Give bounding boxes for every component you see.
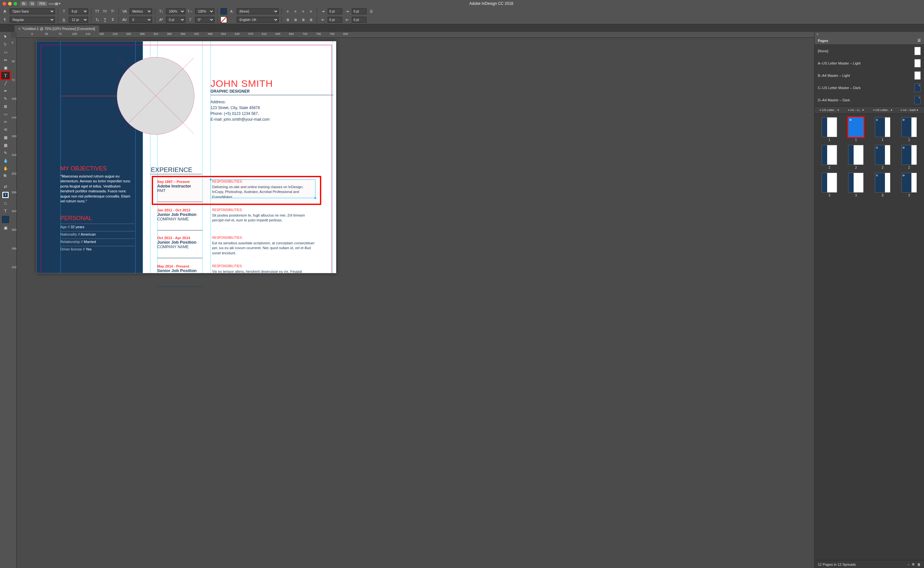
close-tab-icon[interactable]: × bbox=[18, 27, 20, 31]
indent-right[interactable] bbox=[328, 17, 342, 23]
page-variant-tabs[interactable]: ≡ US Letter... ▾≡ A4 – Li... ▾≡ US Lette… bbox=[815, 106, 924, 114]
free-transform-tool[interactable]: ⟲ bbox=[1, 126, 10, 133]
document-page[interactable]: JOHN SMITH GRAPHIC DESIGNER Address: 123… bbox=[36, 41, 336, 273]
text-stroke[interactable] bbox=[221, 17, 227, 23]
leading[interactable]: 12 pt bbox=[69, 17, 88, 23]
new-page-icon[interactable]: ⊕ bbox=[912, 562, 915, 566]
arrange-icon[interactable]: ▭ bbox=[48, 2, 51, 6]
rectangle-frame-tool[interactable]: ⊠ bbox=[1, 103, 10, 110]
rectangle-tool[interactable]: ▭ bbox=[1, 111, 10, 118]
type-tool[interactable]: T bbox=[1, 72, 10, 79]
panel-menu-icon[interactable]: ☰ bbox=[918, 38, 921, 42]
master-page-row[interactable]: B–A4 Master – Light bbox=[815, 69, 924, 82]
variant-tab[interactable]: ≡ A4 – Dark ▾ bbox=[897, 109, 922, 112]
kerning[interactable]: Metrics bbox=[130, 8, 152, 14]
indent-first[interactable] bbox=[352, 8, 366, 14]
hand-tool[interactable]: ✋ bbox=[1, 165, 10, 172]
justify-all-left-icon[interactable]: ≣ bbox=[285, 17, 290, 23]
smallcaps-icon[interactable]: Tᴛ bbox=[102, 8, 108, 14]
experience-item[interactable]: May 2014 - PresentSenior Job PositionRES… bbox=[157, 264, 335, 273]
zoom-tool[interactable]: 🔍 bbox=[1, 173, 10, 180]
document-tab[interactable]: × *Untitled-1 @ 75% [GPU Preview] [Conve… bbox=[15, 26, 99, 32]
text-fill[interactable] bbox=[221, 8, 227, 15]
font-size[interactable]: 8 pt bbox=[69, 8, 88, 14]
pen-tool[interactable]: ✒ bbox=[1, 88, 10, 95]
content-collector-tool[interactable]: ▣ bbox=[1, 64, 10, 71]
hscale[interactable]: 100% bbox=[195, 8, 215, 14]
baseline[interactable]: 0 pt bbox=[166, 17, 185, 23]
justify-all-icon[interactable]: ≣ bbox=[308, 17, 314, 23]
page-thumbnail[interactable]: A2 bbox=[818, 145, 841, 169]
page-thumbnail[interactable]: B1 bbox=[844, 117, 868, 142]
skew[interactable]: 0° bbox=[195, 17, 215, 23]
indent-last[interactable] bbox=[352, 17, 366, 23]
page-thumbnail[interactable]: D1 bbox=[898, 117, 921, 142]
justify-icon[interactable]: ≡ bbox=[308, 8, 314, 14]
page-thumbnail[interactable]: C3 bbox=[871, 173, 894, 197]
justify-all-center-icon[interactable]: ≣ bbox=[292, 17, 298, 23]
view-options-icon[interactable]: ▦ bbox=[55, 2, 58, 6]
allcaps-icon[interactable]: TT bbox=[94, 8, 100, 14]
page-tool[interactable]: ▭ bbox=[1, 49, 10, 56]
page-thumbnail[interactable]: C2 bbox=[871, 145, 894, 169]
minimize-window[interactable] bbox=[8, 2, 12, 6]
view-mode[interactable]: ▣ bbox=[1, 224, 10, 231]
vertical-ruler[interactable]: 03672108144180216252288324360396432 bbox=[11, 38, 17, 568]
master-page-row[interactable]: D–A4 Master – Dark bbox=[815, 94, 924, 106]
apply-color[interactable]: □ bbox=[1, 200, 10, 207]
line-tool[interactable]: ╱ bbox=[1, 80, 10, 87]
color-mode[interactable] bbox=[2, 216, 9, 223]
direct-selection-tool[interactable] bbox=[1, 41, 10, 48]
panel-menu-icon[interactable]: ☰ bbox=[368, 8, 374, 14]
font-style[interactable]: Regular bbox=[10, 17, 55, 23]
zoom-dropdown[interactable]: 75% bbox=[37, 1, 47, 6]
gap-tool[interactable]: ⇔ bbox=[1, 56, 10, 63]
fill-stroke-swap[interactable]: ⇄ bbox=[1, 183, 10, 190]
superscript-icon[interactable]: T¹ bbox=[110, 8, 116, 14]
vscale[interactable]: 100% bbox=[166, 8, 185, 14]
indent-left[interactable] bbox=[328, 8, 342, 14]
para-format-icon[interactable]: ¶ bbox=[2, 17, 8, 23]
font-family[interactable]: Open Sans bbox=[10, 8, 55, 14]
page-thumbnail[interactable]: D3 bbox=[898, 173, 921, 197]
gradient-feather-tool[interactable]: ▦ bbox=[1, 142, 10, 149]
fill-swatch[interactable]: T bbox=[2, 191, 9, 198]
master-page-row[interactable]: A–US Letter Master – Light bbox=[815, 57, 924, 69]
char-style[interactable]: [None] bbox=[237, 8, 278, 14]
justify-all-right-icon[interactable]: ≣ bbox=[300, 17, 306, 23]
close-window[interactable] bbox=[3, 2, 6, 6]
selection-tool[interactable] bbox=[1, 33, 10, 40]
experience-item[interactable]: Oct 2013 - Apr 2014Junior Job PositionCO… bbox=[157, 236, 335, 249]
align-center-icon[interactable]: ≡ bbox=[292, 8, 298, 14]
pencil-tool[interactable]: ✎ bbox=[1, 95, 10, 102]
experience-item[interactable]: Jan 2011 - Oct 2013Junior Job PositionCO… bbox=[157, 208, 335, 221]
note-tool[interactable]: ✎ bbox=[1, 150, 10, 157]
gpu-icon[interactable]: ✦ bbox=[58, 2, 61, 6]
eyedropper-tool[interactable]: 💧 bbox=[1, 157, 10, 164]
page-thumbnail[interactable]: B3 bbox=[844, 173, 868, 197]
underline-icon[interactable]: T̲ bbox=[102, 17, 108, 23]
tracking[interactable]: 0 bbox=[130, 17, 152, 23]
align-left-icon[interactable]: ≡ bbox=[285, 8, 290, 14]
stock-button[interactable]: St bbox=[29, 1, 36, 6]
screen-mode-icon[interactable]: ▭ bbox=[51, 2, 55, 6]
language[interactable]: English: UK bbox=[237, 17, 278, 23]
gradient-swatch-tool[interactable]: ▦ bbox=[1, 134, 10, 141]
panel-close-icon[interactable]: × bbox=[817, 33, 818, 36]
canvas[interactable]: JOHN SMITH GRAPHIC DESIGNER Address: 123… bbox=[17, 38, 814, 568]
page-thumbnail[interactable]: B2 bbox=[844, 145, 868, 169]
master-none[interactable]: [None] bbox=[815, 45, 924, 57]
edit-page-size-icon[interactable]: ▫ bbox=[908, 562, 909, 566]
photo-frame[interactable] bbox=[117, 57, 194, 134]
variant-tab[interactable]: ≡ US Letter... ▾ bbox=[870, 109, 895, 112]
align-right-icon[interactable]: ≡ bbox=[300, 8, 306, 14]
char-format-icon[interactable]: A bbox=[2, 8, 8, 14]
bridge-button[interactable]: Br bbox=[20, 1, 27, 6]
master-page-row[interactable]: C–US Letter Master – Dark bbox=[815, 82, 924, 94]
maximize-window[interactable] bbox=[14, 2, 17, 6]
page-thumbnail[interactable]: C1 bbox=[871, 117, 894, 142]
delete-page-icon[interactable]: 🗑 bbox=[917, 562, 921, 566]
formatting-text[interactable]: T bbox=[1, 207, 10, 215]
text-frame-selection[interactable] bbox=[210, 180, 315, 198]
strike-icon[interactable]: T̶ bbox=[110, 17, 116, 23]
